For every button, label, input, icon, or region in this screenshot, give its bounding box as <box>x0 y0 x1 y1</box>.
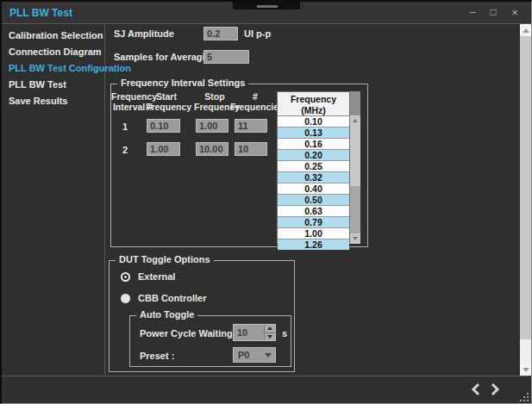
preset-label: Preset : <box>140 351 174 361</box>
frequency-row[interactable]: 0.16 <box>278 139 349 150</box>
frequency-table-header: Frequency (MHz) <box>278 92 349 116</box>
frequency-interval-settings-title: Frequency Interval Settings <box>117 78 248 88</box>
radio-option-external[interactable]: External <box>121 271 175 282</box>
frequency-row[interactable]: 0.25 <box>278 161 349 172</box>
power-cycle-waiting-label: Power Cycle Waiting : <box>140 328 239 339</box>
preset-value: P0 <box>234 348 261 362</box>
scrollbar-track[interactable] <box>350 186 360 233</box>
auto-toggle-title: Auto Toggle <box>136 309 197 320</box>
num-frequencies-input-2[interactable] <box>235 142 267 156</box>
stop-frequency-input-1[interactable] <box>196 119 228 133</box>
frequency-row[interactable]: 1.26 <box>278 239 349 250</box>
auto-toggle-group: Auto Toggle Power Cycle Waiting : 10 s P… <box>129 315 291 367</box>
power-cycle-waiting-value[interactable]: 10 <box>234 325 264 340</box>
radio-label: External <box>138 271 175 282</box>
radio-selected-icon[interactable] <box>121 272 130 282</box>
scrollbar-thumb[interactable] <box>350 126 360 186</box>
spinner-up-icon[interactable] <box>265 325 275 333</box>
minimize-button[interactable]: – <box>464 6 481 20</box>
frequency-row[interactable]: 0.79 <box>278 217 349 228</box>
frequency-row[interactable]: 0.50 <box>278 195 349 206</box>
stop-frequency-input-2[interactable] <box>196 142 228 156</box>
main-scrollbar-track[interactable] <box>520 339 531 364</box>
frequency-table: Frequency (MHz) 0.100.130.160.200.250.32… <box>277 91 360 244</box>
radio-unselected-icon[interactable] <box>121 294 130 303</box>
scroll-down-icon[interactable] <box>350 233 360 244</box>
power-cycle-waiting-spinner[interactable]: 10 <box>233 324 276 341</box>
scroll-up-icon[interactable] <box>350 115 360 126</box>
samples-averaging-label: Samples for Averaging <box>114 52 216 62</box>
app-window: PLL BW Test – □ × Calibration SelectionC… <box>0 0 532 404</box>
dut-toggle-options-group: DUT Toggle Options ExternalCBB Controlle… <box>109 260 295 372</box>
frequency-row[interactable]: 0.20 <box>278 150 349 161</box>
resize-grip-icon[interactable] <box>519 392 529 402</box>
frequency-table-scrollbar[interactable] <box>350 91 360 244</box>
footer-bar <box>2 376 531 403</box>
sj-amplitude-unit: UI p-p <box>244 28 271 39</box>
frequency-table-body: 0.100.130.160.200.250.320.400.500.630.79… <box>278 116 349 250</box>
window-title: PLL BW Test <box>9 7 72 19</box>
num-frequencies-input-1[interactable] <box>235 119 267 133</box>
nav-previous-icon[interactable] <box>470 382 482 396</box>
sidebar-item-connection-diagram[interactable]: Connection Diagram <box>2 44 104 60</box>
interval-number: 2 <box>122 145 128 155</box>
radio-option-cbb-controller[interactable]: CBB Controller <box>121 293 206 303</box>
main-scrollbar-thumb[interactable] <box>520 36 531 339</box>
frequency-interval-settings-group: Frequency Interval Settings Frequency In… <box>110 84 368 247</box>
frequency-row[interactable]: 1.00 <box>278 228 349 239</box>
preset-dropdown[interactable]: P0 <box>233 347 276 363</box>
sidebar: Calibration SelectionConnection DiagramP… <box>2 24 104 375</box>
column-header-stop: Stop Frequency <box>194 91 235 112</box>
main-scroll-down-icon[interactable] <box>520 364 531 376</box>
sidebar-item-pll-bw-test[interactable]: PLL BW Test <box>2 77 104 93</box>
maximize-button[interactable]: □ <box>485 6 502 20</box>
spinner-down-icon[interactable] <box>265 333 275 341</box>
start-frequency-input-1[interactable] <box>147 119 180 133</box>
column-header-count: # Frequencies <box>230 91 280 112</box>
sj-amplitude-label: SJ Amplitude <box>114 28 174 39</box>
sidebar-item-calibration-selection[interactable]: Calibration Selection <box>2 28 104 44</box>
frequency-row[interactable]: 0.40 <box>278 183 349 195</box>
radio-label: CBB Controller <box>138 293 206 303</box>
sidebar-divider <box>104 24 105 376</box>
main-scrollbar[interactable] <box>520 24 531 376</box>
scrollbar-header-cap <box>350 91 360 115</box>
frequency-column: Frequency (MHz) 0.100.130.160.200.250.32… <box>277 91 350 244</box>
nav-next-icon[interactable] <box>489 382 501 396</box>
start-frequency-input-2[interactable] <box>147 142 180 156</box>
chevron-down-icon <box>261 348 275 362</box>
samples-averaging-input[interactable] <box>203 50 249 64</box>
column-header-start: Start Frequency <box>146 91 187 112</box>
sidebar-item-save-results[interactable]: Save Results <box>2 93 104 109</box>
sidebar-item-pll-bw-test-configuration[interactable]: PLL BW Test Configuration <box>2 60 104 77</box>
frequency-row[interactable]: 0.63 <box>278 206 349 217</box>
tab-handle-icon <box>257 5 278 8</box>
main-scroll-up-icon[interactable] <box>520 24 531 36</box>
interval-number: 1 <box>122 121 128 132</box>
close-button[interactable]: × <box>506 6 523 20</box>
frequency-row[interactable]: 0.13 <box>278 127 349 139</box>
frequency-row[interactable]: 0.32 <box>278 172 349 183</box>
sj-amplitude-input[interactable] <box>203 27 238 40</box>
frequency-row[interactable]: 0.10 <box>278 116 349 127</box>
dut-toggle-options-title: DUT Toggle Options <box>116 254 214 264</box>
power-cycle-waiting-unit: s <box>282 328 287 339</box>
docked-tab[interactable] <box>233 2 300 9</box>
